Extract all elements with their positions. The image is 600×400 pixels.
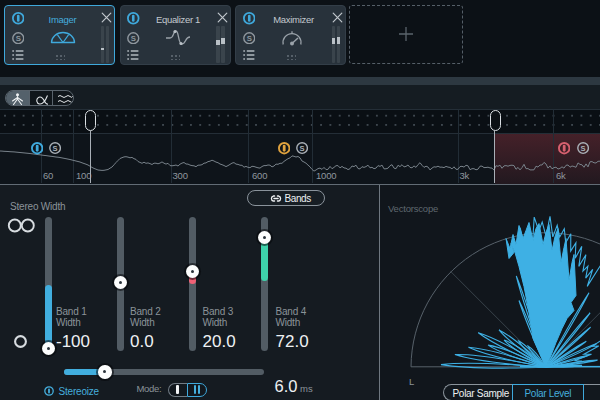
- svg-text:S: S: [581, 144, 586, 153]
- svg-text:S: S: [246, 34, 251, 43]
- svg-text:S: S: [52, 144, 57, 153]
- svg-text:S: S: [300, 144, 305, 153]
- svg-text:S: S: [15, 34, 20, 43]
- svg-text:S: S: [131, 34, 136, 43]
